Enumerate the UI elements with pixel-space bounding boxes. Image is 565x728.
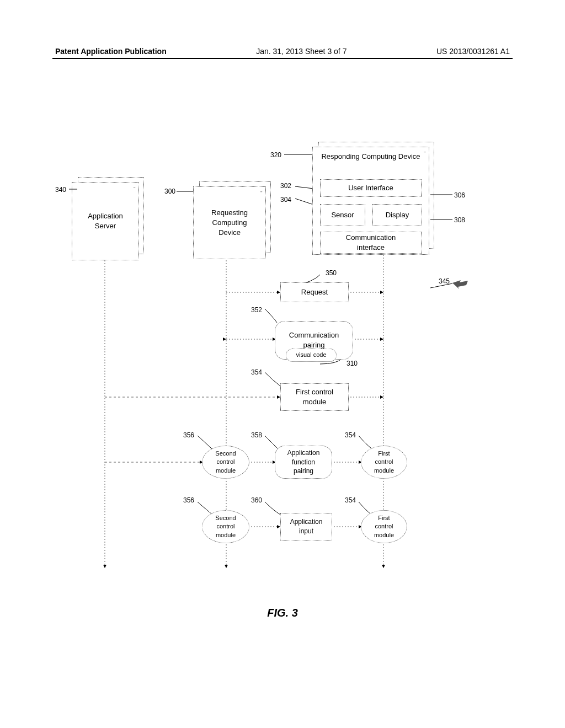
ref-352: 352 — [251, 306, 262, 314]
ref-304: 304 — [280, 196, 291, 204]
ref-345: 345 — [439, 277, 450, 285]
page: Patent Application Publication Jan. 31, … — [0, 0, 565, 728]
application-server-box: ·· Application Server — [72, 182, 139, 260]
request-box: Request — [280, 282, 349, 302]
display-label: Display — [386, 210, 409, 220]
ref-320: 320 — [270, 151, 281, 159]
visual-code-box: visual code — [286, 349, 337, 362]
ref-358: 358 — [251, 431, 262, 439]
first-control-module-small-box-1: First control module — [361, 446, 407, 479]
second-control-module-box-1: Second control module — [202, 446, 249, 479]
sensor-box: Sensor — [320, 204, 365, 226]
figure-label: FIG. 3 — [0, 607, 565, 619]
app-function-pairing-label: Application function pairing — [287, 448, 320, 476]
user-interface-label: User Interface — [348, 183, 393, 193]
requesting-device-box: ·· Requesting Computing Device — [193, 186, 266, 259]
first-control-module-small-label-1: First control module — [374, 449, 394, 475]
sensor-label: Sensor — [331, 210, 354, 220]
ref-354-c: 354 — [345, 496, 356, 504]
comm-interface-box: Communication interface — [320, 232, 422, 254]
ref-340: 340 — [55, 186, 66, 194]
application-input-label: Application input — [290, 517, 323, 536]
ref-350: 350 — [326, 269, 337, 277]
ref-308: 308 — [454, 216, 465, 224]
ref-356-a: 356 — [183, 431, 194, 439]
header-center: Jan. 31, 2013 Sheet 3 of 7 — [256, 47, 347, 56]
first-control-module-small-label-2: First control module — [374, 514, 394, 539]
responding-device-label: Responding Computing Device — [313, 152, 429, 162]
ref-306: 306 — [454, 191, 465, 199]
second-control-module-box-2: Second control module — [202, 510, 249, 543]
second-control-module-label-2: Second control module — [215, 514, 236, 539]
app-function-pairing-box: Application function pairing — [275, 446, 332, 479]
application-input-box: Application input — [280, 513, 332, 540]
header-rule — [52, 58, 513, 59]
ref-302: 302 — [280, 182, 291, 190]
first-control-module-box: First control module — [280, 383, 349, 411]
figure-3-diagram: ·· Application Server 340 — [55, 127, 513, 634]
ref-300: 300 — [164, 188, 175, 195]
ref-356-b: 356 — [183, 496, 194, 504]
comm-pairing-label: Communication pairing — [289, 330, 339, 350]
requesting-device-label: Requesting Computing Device — [211, 208, 248, 238]
user-interface-box: User Interface — [320, 179, 422, 197]
header-left: Patent Application Publication — [55, 47, 167, 56]
second-control-module-label-1: Second control module — [215, 449, 236, 475]
visual-code-label: visual code — [296, 351, 326, 359]
comm-interface-label: Communication interface — [346, 233, 396, 253]
ref-310: 310 — [347, 360, 358, 367]
application-server-label: Application Server — [88, 211, 123, 231]
display-box: Display — [372, 204, 422, 226]
first-control-module-label: First control module — [296, 387, 333, 407]
header-right: US 2013/0031261 A1 — [436, 47, 510, 56]
request-label: Request — [301, 287, 328, 297]
first-control-module-small-box-2: First control module — [361, 510, 407, 543]
page-header: Patent Application Publication Jan. 31, … — [0, 47, 565, 56]
ref-354-b: 354 — [345, 431, 356, 439]
ref-360: 360 — [251, 496, 262, 504]
ref-354-a: 354 — [251, 368, 262, 376]
